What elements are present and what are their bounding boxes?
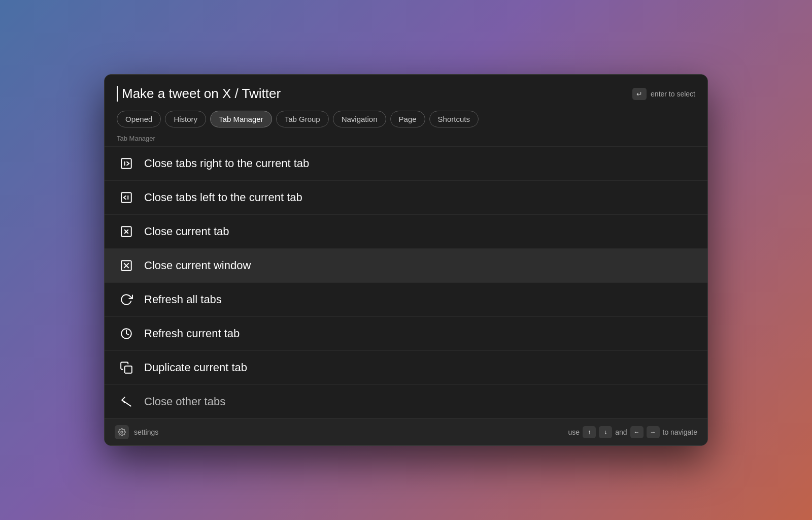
item-label-close-tabs-left: Close tabs left to the current tab (144, 191, 302, 204)
tab-tab-manager[interactable]: Tab Manager (210, 111, 272, 127)
list-item-close-current-tab[interactable]: Close current tab (105, 214, 707, 248)
enter-hint-label: enter to select (651, 90, 695, 98)
close-tab-icon (119, 224, 134, 239)
tab-tab-group[interactable]: Tab Group (276, 111, 329, 127)
item-label-close-other-tabs: Close other tabs (144, 395, 225, 408)
settings-gear-icon[interactable] (115, 425, 129, 439)
item-label-duplicate-current-tab: Duplicate current tab (144, 361, 247, 374)
right-arrow-key: → (647, 426, 660, 438)
close-window-icon (119, 258, 134, 273)
svg-point-13 (121, 431, 123, 433)
footer-right: use ↑ ↓ and ← → to navigate (568, 426, 697, 438)
list-item-refresh-current-tab[interactable]: Refresh current tab (105, 316, 707, 350)
modal-footer: settings use ↑ ↓ and ← → to navigate (105, 418, 707, 445)
list-item-refresh-all-tabs[interactable]: Refresh all tabs (105, 282, 707, 316)
items-list: Close tabs right to the current tabClose… (105, 146, 707, 418)
navigate-label: to navigate (663, 428, 698, 436)
search-query[interactable]: Make a tweet on X / Twitter (117, 86, 281, 102)
refresh-current-icon (119, 326, 134, 341)
list-item-close-other-tabs[interactable]: Close other tabs (105, 384, 707, 418)
enter-hint: ↵ enter to select (632, 88, 695, 100)
duplicate-icon (119, 360, 134, 375)
settings-label: settings (134, 428, 158, 436)
svg-rect-2 (121, 192, 131, 203)
close-others-icon (119, 394, 134, 409)
svg-line-12 (122, 400, 130, 406)
list-item-close-current-window[interactable]: Close current window (105, 248, 707, 282)
svg-rect-11 (125, 366, 132, 373)
tab-page[interactable]: Page (390, 111, 425, 127)
list-item-close-tabs-left[interactable]: Close tabs left to the current tab (105, 180, 707, 214)
use-label: use (568, 428, 580, 436)
close-left-icon (119, 190, 134, 205)
tab-navigation[interactable]: Navigation (333, 111, 386, 127)
command-palette: Make a tweet on X / Twitter ↵ enter to s… (104, 74, 708, 446)
list-wrapper: Close tabs right to the current tabClose… (105, 146, 707, 418)
close-right-icon (119, 156, 134, 171)
section-label: Tab Manager (105, 127, 707, 146)
item-label-refresh-current-tab: Refresh current tab (144, 327, 240, 340)
list-item-close-tabs-right[interactable]: Close tabs right to the current tab (105, 146, 707, 180)
tabs-row: OpenedHistoryTab ManagerTab GroupNavigat… (117, 111, 695, 127)
search-row: Make a tweet on X / Twitter ↵ enter to s… (117, 86, 695, 102)
svg-rect-0 (121, 158, 131, 169)
list-item-duplicate-current-tab[interactable]: Duplicate current tab (105, 350, 707, 384)
enter-icon: ↵ (636, 90, 642, 98)
modal-header: Make a tweet on X / Twitter ↵ enter to s… (105, 75, 707, 127)
down-arrow-key: ↓ (599, 426, 612, 438)
tab-opened[interactable]: Opened (117, 111, 161, 127)
item-label-refresh-all-tabs: Refresh all tabs (144, 293, 222, 306)
tab-shortcuts[interactable]: Shortcuts (429, 111, 479, 127)
up-arrow-key: ↑ (583, 426, 596, 438)
and-label: and (615, 428, 627, 436)
refresh-all-icon (119, 292, 134, 307)
item-label-close-tabs-right: Close tabs right to the current tab (144, 157, 309, 170)
tab-history[interactable]: History (165, 111, 206, 127)
item-label-close-current-window: Close current window (144, 259, 251, 272)
enter-key-icon: ↵ (632, 88, 647, 100)
left-arrow-key: ← (630, 426, 644, 438)
footer-left: settings (115, 425, 158, 439)
item-label-close-current-tab: Close current tab (144, 225, 229, 238)
